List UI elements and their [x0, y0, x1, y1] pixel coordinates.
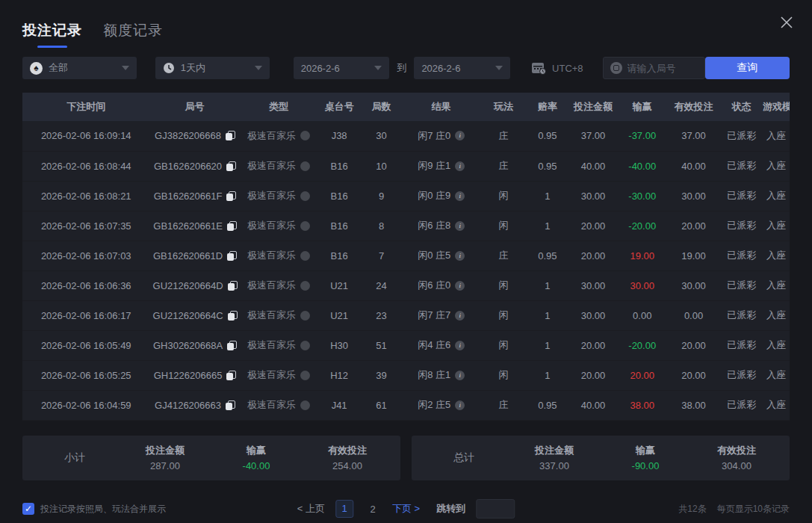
- timezone-indicator: UTC+8: [531, 61, 583, 75]
- cell-round_no: 23: [361, 300, 402, 330]
- cell-win: -30.00: [618, 181, 667, 211]
- subtotal-valid: 有效投注 254.00: [302, 444, 393, 471]
- copy-icon[interactable]: [227, 251, 236, 261]
- info-icon[interactable]: i: [455, 281, 465, 291]
- query-button[interactable]: 查询: [705, 57, 790, 79]
- info-icon[interactable]: i: [455, 341, 465, 350]
- subtotal-win: 输赢 -40.00: [211, 444, 302, 471]
- cell-valid: 37.00: [667, 121, 721, 151]
- page-2-button[interactable]: 2: [364, 504, 382, 515]
- date-from-dropdown[interactable]: 2026-2-6: [294, 57, 390, 79]
- column-header-status: 状态: [720, 93, 762, 121]
- prev-page-button[interactable]: < 上页: [297, 502, 325, 516]
- cell-round_no: 30: [361, 121, 402, 151]
- merge-display-checkbox[interactable]: ✓ 投注记录按照局、玩法合并展示: [22, 503, 166, 516]
- game-type-dropdown[interactable]: ♠ 全部: [22, 57, 137, 79]
- cell-bet: 30.00: [568, 300, 618, 330]
- spade-icon: ♠: [30, 62, 43, 75]
- table-row: 2026-02-06 16:08:21GB162620661F极速百家乐B169…: [22, 181, 790, 211]
- chevron-down-icon: [495, 66, 503, 70]
- copy-icon[interactable]: [228, 281, 237, 291]
- table-row: 2026-02-06 16:07:03GB162620661D极速百家乐B167…: [22, 241, 790, 270]
- cell-bet: 20.00: [568, 211, 618, 241]
- checkbox-checked-icon[interactable]: ✓: [22, 503, 34, 515]
- info-icon[interactable]: i: [455, 311, 465, 321]
- total-bet: 投注金额 337.00: [509, 444, 600, 471]
- cell-valid: 20.00: [667, 211, 721, 241]
- game-type-icon: [300, 311, 310, 321]
- total-valid: 有效投注 304.00: [691, 444, 782, 471]
- cell-play: 闲: [480, 360, 527, 390]
- cell-win: -37.00: [618, 121, 667, 151]
- cell-bet: 20.00: [568, 330, 618, 360]
- cell-type: 极速百家乐: [240, 390, 318, 420]
- date-to-dropdown[interactable]: 2026-2-6: [414, 57, 510, 79]
- cell-time: 2026-02-06 16:06:17: [22, 300, 149, 330]
- close-icon[interactable]: [778, 13, 796, 31]
- info-icon[interactable]: i: [455, 251, 465, 261]
- info-icon[interactable]: i: [455, 400, 465, 410]
- game-type-icon: [300, 371, 310, 380]
- info-icon[interactable]: i: [455, 371, 465, 380]
- copy-icon[interactable]: [226, 371, 235, 380]
- cell-win: 0.00: [618, 300, 667, 330]
- column-header-play: 玩法: [480, 93, 527, 121]
- jump-to-input[interactable]: [476, 499, 515, 519]
- info-icon[interactable]: i: [455, 191, 465, 201]
- info-icon[interactable]: i: [455, 221, 465, 231]
- cell-result: 闲7 庄7i: [402, 300, 480, 330]
- copy-icon[interactable]: [226, 191, 235, 201]
- column-header-round_no: 局数: [361, 93, 402, 121]
- copy-icon[interactable]: [228, 311, 237, 321]
- page-1-button[interactable]: 1: [335, 500, 353, 518]
- cell-bet: 30.00: [568, 270, 618, 300]
- cell-play: 庄: [480, 390, 527, 420]
- cell-result: 闲0 庄9i: [402, 181, 480, 211]
- cell-result: 闲0 庄5i: [402, 241, 480, 270]
- cell-round_id: GU212620664C: [149, 300, 239, 330]
- cell-type: 极速百家乐: [240, 181, 318, 211]
- footer-bar: ✓ 投注记录按照局、玩法合并展示 < 上页 1 2 下页 > 跳转到 共12条 …: [0, 495, 812, 523]
- cell-round_id: GH302620668A: [149, 330, 239, 360]
- cell-win: -40.00: [618, 151, 667, 181]
- column-header-valid: 有效投注: [667, 93, 721, 121]
- cell-time: 2026-02-06 16:08:21: [22, 181, 149, 211]
- tab-betting-records[interactable]: 投注记录: [22, 21, 82, 49]
- table-row: 2026-02-06 16:04:59GJ4126206663极速百家乐J416…: [22, 390, 790, 420]
- cell-odds: 1: [527, 360, 568, 390]
- total-title: 总计: [419, 451, 509, 465]
- next-page-button[interactable]: 下页 >: [392, 502, 420, 516]
- subtotal-title: 小计: [30, 451, 120, 465]
- copy-icon[interactable]: [226, 131, 235, 140]
- cell-play: 闲: [480, 270, 527, 300]
- cell-round_no: 10: [361, 151, 402, 181]
- cell-status: 已派彩: [720, 330, 762, 360]
- merge-display-label: 投注记录按照局、玩法合并展示: [40, 503, 166, 516]
- table-row: 2026-02-06 16:07:35GB162620661E极速百家乐B168…: [22, 211, 790, 241]
- time-range-dropdown[interactable]: 1天内: [155, 57, 270, 79]
- info-icon[interactable]: i: [455, 161, 465, 171]
- cell-win: 20.00: [618, 360, 667, 390]
- tab-quota-records[interactable]: 额度记录: [103, 21, 163, 49]
- tab-betting-records-label: 投注记录: [22, 22, 82, 38]
- copy-icon[interactable]: [226, 161, 235, 171]
- info-icon[interactable]: i: [455, 131, 465, 140]
- cell-odds: 0.95: [527, 390, 568, 420]
- chevron-down-icon: [374, 66, 382, 70]
- tab-bar: 投注记录 额度记录: [22, 0, 790, 49]
- copy-icon[interactable]: [227, 221, 236, 231]
- copy-icon[interactable]: [227, 341, 236, 350]
- cell-status: 已派彩: [720, 241, 762, 270]
- cell-result: 闲6 庄0i: [402, 270, 480, 300]
- cell-table_no: B16: [317, 241, 361, 270]
- game-type-value: 全部: [49, 61, 68, 75]
- column-header-time: 下注时间: [22, 93, 149, 121]
- copy-icon[interactable]: [226, 400, 235, 410]
- cell-type: 极速百家乐: [240, 211, 318, 241]
- cell-table_no: J41: [317, 390, 361, 420]
- cell-time: 2026-02-06 16:04:59: [22, 390, 149, 420]
- cell-round_id: GJ4126206663: [149, 390, 239, 420]
- cell-win: 19.00: [618, 241, 667, 270]
- round-id-search-input[interactable]: [627, 63, 698, 74]
- column-header-odds: 赔率: [527, 93, 568, 121]
